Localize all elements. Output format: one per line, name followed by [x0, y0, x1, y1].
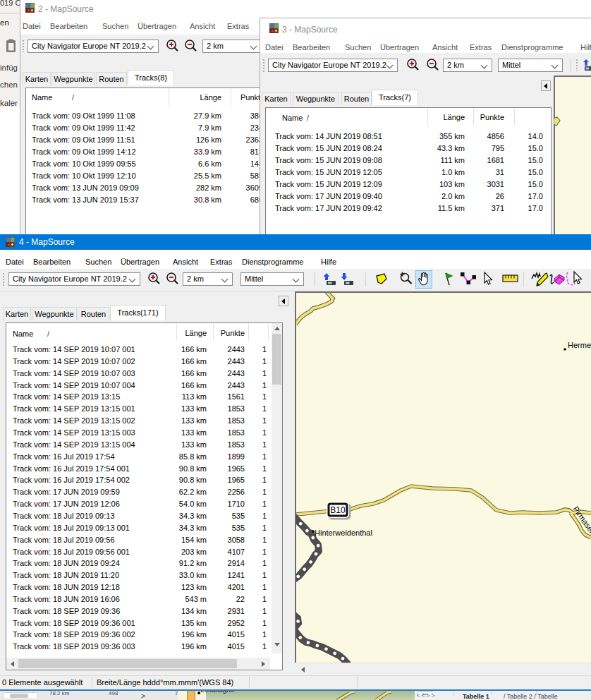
svg-text:Hinterweidenthal: Hinterweidenthal	[315, 529, 372, 537]
svg-text:Hermer: Hermer	[568, 341, 591, 349]
svg-text:B10: B10	[330, 505, 346, 515]
